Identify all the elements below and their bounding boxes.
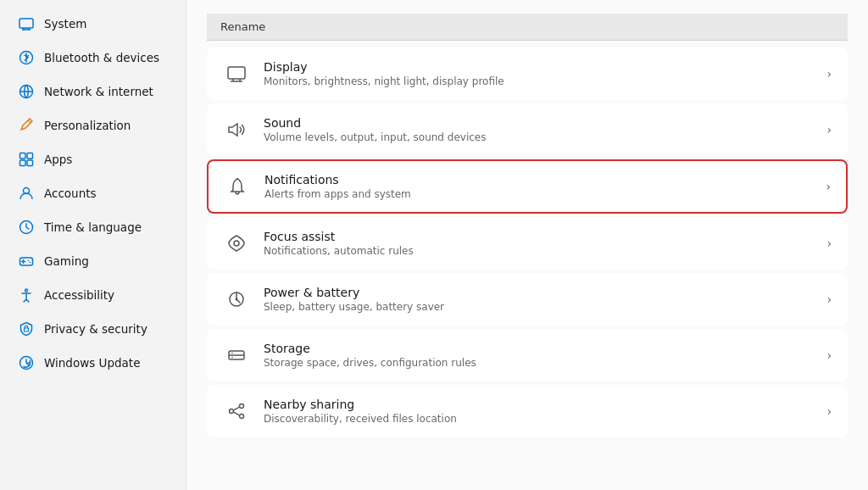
svg-line-39 xyxy=(233,412,239,415)
svg-point-27 xyxy=(236,178,238,180)
update-icon xyxy=(19,355,34,370)
settings-item-notifications[interactable]: Notifications Alerts from apps and syste… xyxy=(207,159,848,214)
power-battery-chevron: › xyxy=(826,292,832,306)
settings-item-focus-assist[interactable]: Focus assist Notifications, automatic ru… xyxy=(207,217,848,270)
svg-point-37 xyxy=(240,415,244,419)
focus-assist-desc: Notifications, automatic rules xyxy=(264,245,820,257)
accounts-icon xyxy=(19,186,34,201)
sidebar-label-accessibility: Accessibility xyxy=(44,288,114,302)
svg-rect-10 xyxy=(27,160,33,166)
network-icon xyxy=(19,84,34,99)
focus-assist-icon xyxy=(223,230,250,257)
power-battery-text: Power & battery Sleep, battery usage, ba… xyxy=(264,286,820,313)
storage-chevron: › xyxy=(826,348,832,362)
notifications-desc: Alerts from apps and system xyxy=(264,188,819,200)
svg-marker-25 xyxy=(229,124,237,136)
svg-rect-21 xyxy=(228,67,245,79)
power-battery-icon xyxy=(223,286,250,313)
sidebar-label-personalization: Personalization xyxy=(44,119,131,132)
display-text: Display Monitors, brightness, night ligh… xyxy=(264,60,820,87)
sidebar-item-gaming[interactable]: Gaming xyxy=(5,245,181,277)
privacy-icon xyxy=(19,321,34,337)
sidebar: System Bluetooth & devices Network & int… xyxy=(0,0,186,490)
display-chevron: › xyxy=(826,67,832,81)
personalization-icon xyxy=(19,118,34,133)
sidebar-item-apps[interactable]: Apps xyxy=(5,143,181,175)
settings-item-display[interactable]: Display Monitors, brightness, night ligh… xyxy=(207,47,848,100)
notifications-title: Notifications xyxy=(264,173,819,187)
bluetooth-icon xyxy=(19,50,34,65)
sound-desc: Volume levels, output, input, sound devi… xyxy=(264,131,820,143)
settings-item-storage[interactable]: Storage Storage space, drives, configura… xyxy=(207,329,848,381)
sidebar-item-time[interactable]: Time & language xyxy=(5,211,181,243)
sidebar-item-personalization[interactable]: Personalization xyxy=(5,109,181,142)
svg-point-35 xyxy=(240,404,244,409)
annotation-arrow xyxy=(186,174,194,199)
storage-desc: Storage space, drives, configuration rul… xyxy=(264,357,820,369)
system-icon xyxy=(19,16,34,31)
focus-assist-title: Focus assist xyxy=(264,230,820,243)
settings-item-nearby-sharing[interactable]: Nearby sharing Discoverability, received… xyxy=(207,385,848,437)
sound-chevron: › xyxy=(826,123,832,136)
svg-line-38 xyxy=(233,407,239,410)
sound-icon xyxy=(223,116,250,143)
sidebar-item-bluetooth[interactable]: Bluetooth & devices xyxy=(5,42,181,74)
svg-point-34 xyxy=(231,357,233,359)
sidebar-label-time: Time & language xyxy=(44,220,142,234)
sidebar-label-bluetooth: Bluetooth & devices xyxy=(44,51,159,64)
svg-point-33 xyxy=(231,353,233,354)
sidebar-item-update[interactable]: Windows Update xyxy=(5,347,181,379)
notifications-wrapper: Notifications Alerts from apps and syste… xyxy=(207,159,848,214)
sidebar-label-privacy: Privacy & security xyxy=(44,322,147,336)
nearby-sharing-icon xyxy=(223,398,250,425)
svg-point-16 xyxy=(28,260,30,262)
svg-point-30 xyxy=(236,298,238,301)
sidebar-label-network: Network & internet xyxy=(44,85,153,98)
time-icon xyxy=(19,220,34,235)
display-desc: Monitors, brightness, night light, displ… xyxy=(264,75,820,87)
notifications-text: Notifications Alerts from apps and syste… xyxy=(264,173,819,200)
main-content: Rename Display Monitors, brightness, nig… xyxy=(186,0,868,490)
sidebar-label-update: Windows Update xyxy=(44,356,140,370)
storage-icon xyxy=(223,342,250,369)
nearby-sharing-desc: Discoverability, received files location xyxy=(264,413,820,425)
svg-point-36 xyxy=(230,409,234,414)
focus-assist-text: Focus assist Notifications, automatic ru… xyxy=(264,230,820,257)
sidebar-label-apps: Apps xyxy=(44,153,72,166)
power-battery-desc: Sleep, battery usage, battery saver xyxy=(264,301,820,313)
nearby-sharing-text: Nearby sharing Discoverability, received… xyxy=(264,398,820,425)
sidebar-item-accounts[interactable]: Accounts xyxy=(5,177,181,209)
focus-assist-chevron: › xyxy=(826,237,832,250)
nearby-sharing-title: Nearby sharing xyxy=(264,398,820,411)
sidebar-item-system[interactable]: System xyxy=(5,8,181,40)
sidebar-item-privacy[interactable]: Privacy & security xyxy=(5,313,181,345)
svg-rect-9 xyxy=(20,160,26,166)
display-title: Display xyxy=(264,60,820,74)
settings-item-power-battery[interactable]: Power & battery Sleep, battery usage, ba… xyxy=(207,273,848,326)
settings-item-sound[interactable]: Sound Volume levels, output, input, soun… xyxy=(207,103,848,156)
sidebar-label-accounts: Accounts xyxy=(44,187,97,200)
power-battery-title: Power & battery xyxy=(264,286,820,299)
settings-list: Display Monitors, brightness, night ligh… xyxy=(207,47,848,437)
apps-icon xyxy=(19,152,34,167)
rename-text: Rename xyxy=(214,20,265,33)
sidebar-label-gaming: Gaming xyxy=(44,254,89,268)
svg-point-28 xyxy=(234,241,239,246)
accessibility-icon xyxy=(19,287,34,303)
sidebar-item-network[interactable]: Network & internet xyxy=(5,75,181,108)
sound-text: Sound Volume levels, output, input, soun… xyxy=(264,116,820,143)
display-icon xyxy=(223,60,250,87)
svg-rect-8 xyxy=(27,153,33,159)
nearby-sharing-chevron: › xyxy=(826,404,832,418)
svg-point-18 xyxy=(25,289,28,292)
svg-rect-0 xyxy=(19,19,33,28)
notifications-icon xyxy=(224,173,251,200)
gaming-icon xyxy=(19,253,34,269)
svg-rect-19 xyxy=(25,328,29,331)
svg-point-17 xyxy=(30,262,31,264)
storage-text: Storage Storage space, drives, configura… xyxy=(264,342,820,369)
storage-title: Storage xyxy=(264,342,820,355)
notifications-chevron: › xyxy=(826,180,831,193)
sound-title: Sound xyxy=(264,116,820,130)
sidebar-item-accessibility[interactable]: Accessibility xyxy=(5,279,181,311)
